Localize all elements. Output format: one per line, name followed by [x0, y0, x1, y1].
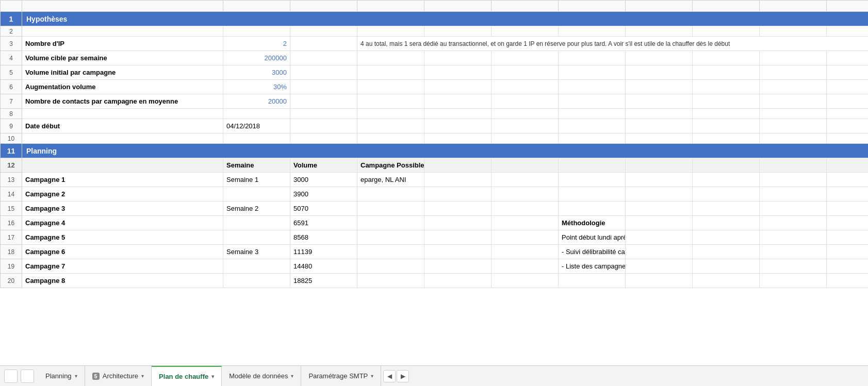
cell-k[interactable]	[827, 51, 869, 65]
cell-a[interactable]: Campagne 8	[22, 274, 223, 288]
table-row[interactable]: 6Augmentation volume30%	[1, 80, 869, 94]
table-row[interactable]: 12SemaineVolumeCampagne Possible	[1, 158, 869, 173]
cell-k[interactable]	[827, 274, 869, 288]
cell-c[interactable]	[290, 109, 357, 119]
cell-c[interactable]: 8568	[290, 230, 357, 245]
cell-a[interactable]: Volume cible par semaine	[22, 51, 223, 65]
cell-h[interactable]	[626, 51, 693, 65]
cell-g[interactable]	[559, 173, 626, 187]
cell-h[interactable]	[626, 274, 693, 288]
add-sheet-button[interactable]	[4, 370, 18, 383]
cell-c[interactable]	[290, 51, 357, 65]
cell-a[interactable]	[22, 109, 223, 119]
cell-g[interactable]	[559, 202, 626, 216]
col-header-k[interactable]	[827, 1, 869, 12]
cell-k[interactable]	[827, 173, 869, 187]
cell-k[interactable]	[827, 65, 869, 80]
cell-g[interactable]	[559, 274, 626, 288]
cell-j[interactable]	[760, 65, 827, 80]
cell-g[interactable]: Méthodologie	[559, 216, 626, 230]
cell-j[interactable]	[760, 119, 827, 133]
cell-e[interactable]	[424, 259, 492, 274]
cell-c[interactable]	[290, 133, 357, 144]
cell-h[interactable]	[626, 202, 693, 216]
cell-a[interactable]: Date début	[22, 119, 223, 133]
cell-g[interactable]: - Liste des campagnes prévus cette semai…	[559, 259, 626, 274]
cell-j[interactable]	[760, 80, 827, 94]
cell-h[interactable]	[626, 109, 693, 119]
cell-k[interactable]	[827, 26, 869, 37]
cell-d[interactable]: eparge, NL ANI	[357, 173, 424, 187]
cell-e[interactable]	[424, 80, 492, 94]
cell-d[interactable]	[357, 26, 424, 37]
table-row[interactable]: 15Campagne 3Semaine 25070	[1, 202, 869, 216]
cell-k[interactable]	[827, 80, 869, 94]
cell-f[interactable]	[492, 109, 559, 119]
cell-e[interactable]	[424, 187, 492, 202]
cell-h[interactable]	[626, 187, 693, 202]
cell-a[interactable]: Campagne 6	[22, 245, 223, 259]
cell-h[interactable]	[626, 259, 693, 274]
cell-h[interactable]	[626, 230, 693, 245]
cell-e[interactable]	[424, 202, 492, 216]
cell-b[interactable]: 30%	[223, 80, 290, 94]
cell-j[interactable]	[760, 259, 827, 274]
cell-j[interactable]	[760, 109, 827, 119]
cell-j[interactable]	[760, 26, 827, 37]
cell-b[interactable]: 2	[223, 37, 290, 51]
cell-c[interactable]	[290, 65, 357, 80]
cell-f[interactable]	[492, 65, 559, 80]
cell-e[interactable]	[424, 109, 492, 119]
table-row[interactable]: 3Nombre d'IP24 au total, mais 1 sera déd…	[1, 37, 869, 51]
cell-c[interactable]	[290, 94, 357, 109]
tab-modele-de-donnees[interactable]: Modèle de données▾	[222, 366, 301, 386]
cell-b[interactable]	[223, 216, 290, 230]
tab-dropdown-arrow[interactable]: ▾	[291, 373, 293, 379]
cell-g[interactable]	[559, 119, 626, 133]
cell-i[interactable]	[693, 51, 760, 65]
cell-b[interactable]: Semaine 1	[223, 173, 290, 187]
tab-scroll-right[interactable]: ▶	[397, 370, 409, 382]
cell-g[interactable]	[559, 80, 626, 94]
cell-j[interactable]	[760, 216, 827, 230]
table-row[interactable]: 18Campagne 6Semaine 311139- Suivi délibr…	[1, 245, 869, 259]
cell-g[interactable]	[559, 187, 626, 202]
cell-c[interactable]: 3900	[290, 187, 357, 202]
cell-e[interactable]	[424, 230, 492, 245]
cell-e[interactable]	[424, 245, 492, 259]
tab-plan-de-chauffe[interactable]: Plan de chauffe▾	[152, 366, 222, 386]
cell-f[interactable]	[492, 80, 559, 94]
cell-a[interactable]: Augmentation volume	[22, 80, 223, 94]
cell-a[interactable]: Campagne 4	[22, 216, 223, 230]
cell-g[interactable]	[559, 94, 626, 109]
cell-h[interactable]	[626, 173, 693, 187]
table-row[interactable]: 10	[1, 133, 869, 144]
cell-e[interactable]	[424, 133, 492, 144]
cell-g[interactable]	[559, 65, 626, 80]
cell-a[interactable]: Nombre de contacts par campagne en moyen…	[22, 94, 223, 109]
cell-e[interactable]	[424, 173, 492, 187]
cell-b[interactable]	[223, 26, 290, 37]
table-row[interactable]: 1Hypothèses	[1, 12, 869, 26]
col-header-a[interactable]	[22, 1, 223, 12]
cell-f[interactable]	[492, 216, 559, 230]
table-row[interactable]: 17Campagne 58568Point début lundi après …	[1, 230, 869, 245]
cell-g[interactable]	[559, 51, 626, 65]
cell-c[interactable]	[290, 119, 357, 133]
cell-c[interactable]: 3000	[290, 173, 357, 187]
cell-c[interactable]: 14480	[290, 259, 357, 274]
cell-i[interactable]	[693, 230, 760, 245]
cell-g[interactable]	[559, 109, 626, 119]
cell-c[interactable]: 6591	[290, 216, 357, 230]
cell-a[interactable]	[22, 26, 223, 37]
cell-h[interactable]	[626, 245, 693, 259]
cell-j[interactable]	[760, 187, 827, 202]
cell-f[interactable]	[492, 173, 559, 187]
table-row[interactable]: 2	[1, 26, 869, 37]
cell-c[interactable]	[290, 26, 357, 37]
cell-d[interactable]	[357, 216, 424, 230]
cell-c[interactable]	[290, 37, 357, 51]
cell-b[interactable]	[223, 230, 290, 245]
table-row[interactable]: 19Campagne 714480- Liste des campagnes p…	[1, 259, 869, 274]
table-row[interactable]: 8	[1, 109, 869, 119]
